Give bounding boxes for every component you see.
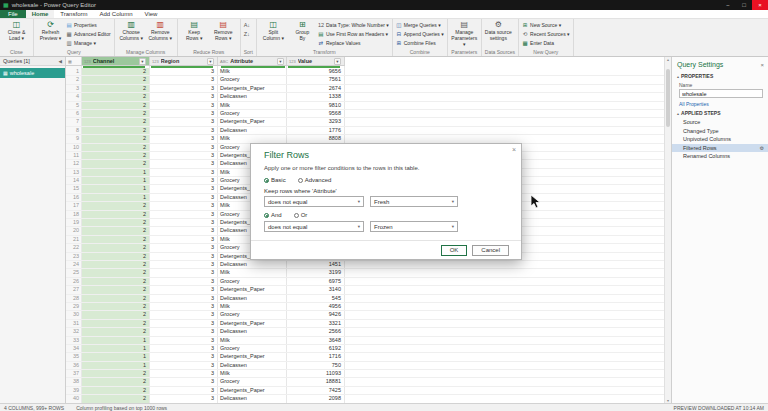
cell-channel[interactable]: 2 bbox=[82, 370, 150, 377]
cell-region[interactable]: 3 bbox=[150, 102, 218, 109]
filter-dropdown-icon[interactable]: ▾ bbox=[277, 58, 284, 65]
cell-channel[interactable]: 2 bbox=[82, 328, 150, 335]
cell-value[interactable]: 3140 bbox=[287, 286, 345, 293]
cell-region[interactable]: 3 bbox=[150, 295, 218, 302]
combine-files-button[interactable]: ⊞Combine Files bbox=[396, 39, 444, 47]
cell-value[interactable]: 3648 bbox=[287, 337, 345, 344]
manage-button[interactable]: ▥Manage ▾ bbox=[66, 39, 111, 47]
operator-dropdown-1[interactable]: does not equal ▾ bbox=[264, 196, 364, 207]
cell-channel[interactable]: 2 bbox=[82, 269, 150, 276]
row-number[interactable]: 8 bbox=[66, 127, 82, 134]
row-number[interactable]: 27 bbox=[66, 286, 82, 293]
cell-region[interactable]: 3 bbox=[150, 345, 218, 352]
close-settings-icon[interactable]: × bbox=[760, 62, 764, 68]
cell-region[interactable]: 3 bbox=[150, 328, 218, 335]
applied-step-changed-type[interactable]: Changed Type bbox=[672, 127, 768, 136]
cell-region[interactable]: 3 bbox=[150, 152, 218, 159]
advanced-radio[interactable]: Advanced bbox=[298, 177, 332, 183]
cell-attribute[interactable]: Milk bbox=[218, 102, 287, 109]
merge-queries-button[interactable]: ◫Merge Queries ▾ bbox=[396, 21, 444, 29]
cell-region[interactable]: 3 bbox=[150, 337, 218, 344]
properties-button[interactable]: ▤Properties bbox=[66, 21, 111, 29]
cell-region[interactable]: 3 bbox=[150, 219, 218, 226]
row-number[interactable]: 25 bbox=[66, 269, 82, 276]
filter-dropdown-icon[interactable]: ▾ bbox=[334, 58, 341, 65]
cell-channel[interactable]: 2 bbox=[82, 68, 150, 75]
basic-radio[interactable]: Basic bbox=[264, 177, 286, 183]
cell-channel[interactable]: 2 bbox=[82, 311, 150, 318]
collapse-pane-icon[interactable]: ◀ bbox=[59, 59, 62, 64]
row-number[interactable]: 24 bbox=[66, 261, 82, 268]
column-header-region[interactable]: 123Region▾ bbox=[150, 57, 218, 66]
cell-value[interactable]: 3321 bbox=[287, 320, 345, 327]
close-and-load-button[interactable]: ◫Close & Load ▾ bbox=[3, 20, 30, 42]
value-dropdown-2[interactable]: Frozen ▾ bbox=[370, 221, 458, 232]
cell-region[interactable]: 3 bbox=[150, 194, 218, 201]
cell-channel[interactable]: 2 bbox=[82, 202, 150, 209]
row-number[interactable]: 36 bbox=[66, 362, 82, 369]
cell-value[interactable]: 9568 bbox=[287, 110, 345, 117]
query-name-input[interactable] bbox=[679, 89, 763, 98]
cell-attribute[interactable]: Delicassen bbox=[218, 362, 287, 369]
cell-attribute[interactable]: Grocery bbox=[218, 76, 287, 83]
cell-attribute[interactable]: Detergents_Paper bbox=[218, 286, 287, 293]
cell-region[interactable]: 3 bbox=[150, 286, 218, 293]
cell-attribute[interactable]: Detergents_Paper bbox=[218, 320, 287, 327]
cell-value[interactable]: 2566 bbox=[287, 328, 345, 335]
cell-channel[interactable]: 2 bbox=[82, 219, 150, 226]
cell-channel[interactable]: 2 bbox=[82, 144, 150, 151]
row-number[interactable]: 17 bbox=[66, 202, 82, 209]
row-number[interactable]: 14 bbox=[66, 177, 82, 184]
cell-attribute[interactable]: Detergents_Paper bbox=[218, 353, 287, 360]
cell-channel[interactable]: 2 bbox=[82, 227, 150, 234]
row-number[interactable]: 21 bbox=[66, 236, 82, 243]
row-number[interactable]: 23 bbox=[66, 253, 82, 260]
cell-attribute[interactable]: Milk bbox=[218, 135, 287, 142]
row-number[interactable]: 11 bbox=[66, 152, 82, 159]
enter-data-button[interactable]: ▦Enter Data bbox=[522, 39, 569, 47]
sort-descending-button[interactable]: Z↓ bbox=[244, 30, 250, 38]
minimize-button[interactable]: − bbox=[720, 0, 736, 10]
tab-home[interactable]: Home bbox=[26, 10, 55, 18]
cell-region[interactable]: 3 bbox=[150, 378, 218, 385]
cell-region[interactable]: 3 bbox=[150, 127, 218, 134]
cell-value[interactable]: 9426 bbox=[287, 311, 345, 318]
cell-region[interactable]: 3 bbox=[150, 76, 218, 83]
cell-region[interactable]: 3 bbox=[150, 68, 218, 75]
query-item-wholesale[interactable]: ▦ wholesale bbox=[0, 68, 65, 78]
data-source-settings-button[interactable]: ⚙Data source settings bbox=[485, 20, 512, 42]
cell-attribute[interactable]: Grocery bbox=[218, 110, 287, 117]
cell-region[interactable]: 3 bbox=[150, 169, 218, 176]
cell-region[interactable]: 3 bbox=[150, 227, 218, 234]
cell-value[interactable]: 11093 bbox=[287, 370, 345, 377]
cell-region[interactable]: 3 bbox=[150, 85, 218, 92]
tab-transform[interactable]: Transform bbox=[54, 10, 93, 18]
row-number[interactable]: 3 bbox=[66, 85, 82, 92]
keep-rows-button[interactable]: ▤Keep Rows ▾ bbox=[181, 20, 208, 42]
dialog-close-icon[interactable]: × bbox=[512, 146, 516, 153]
cell-channel[interactable]: 2 bbox=[82, 135, 150, 142]
cell-channel[interactable]: 2 bbox=[82, 253, 150, 260]
scroll-up-icon[interactable]: ▴ bbox=[667, 57, 669, 62]
cell-value[interactable]: 9810 bbox=[287, 102, 345, 109]
replace-values-button[interactable]: ⇄Replace Values bbox=[318, 39, 389, 47]
cell-region[interactable]: 3 bbox=[150, 269, 218, 276]
scrollbar-thumb[interactable] bbox=[666, 69, 670, 127]
row-number[interactable]: 31 bbox=[66, 320, 82, 327]
cell-channel[interactable]: 2 bbox=[82, 85, 150, 92]
cell-attribute[interactable]: Grocery bbox=[218, 345, 287, 352]
row-number[interactable]: 35 bbox=[66, 353, 82, 360]
cell-channel[interactable]: 2 bbox=[82, 110, 150, 117]
cell-region[interactable]: 3 bbox=[150, 303, 218, 310]
cell-attribute[interactable]: Delicassen bbox=[218, 328, 287, 335]
cell-value[interactable]: 6192 bbox=[287, 345, 345, 352]
row-number[interactable]: 18 bbox=[66, 211, 82, 218]
row-number[interactable]: 33 bbox=[66, 337, 82, 344]
cell-channel[interactable]: 2 bbox=[82, 303, 150, 310]
cell-region[interactable]: 3 bbox=[150, 320, 218, 327]
data-type-button[interactable]: 12Data Type: Whole Number ▾ bbox=[318, 21, 389, 29]
cell-channel[interactable]: 1 bbox=[82, 177, 150, 184]
cell-channel[interactable]: 2 bbox=[82, 236, 150, 243]
gear-icon[interactable]: ⚙ bbox=[760, 145, 764, 151]
cell-region[interactable]: 3 bbox=[150, 144, 218, 151]
